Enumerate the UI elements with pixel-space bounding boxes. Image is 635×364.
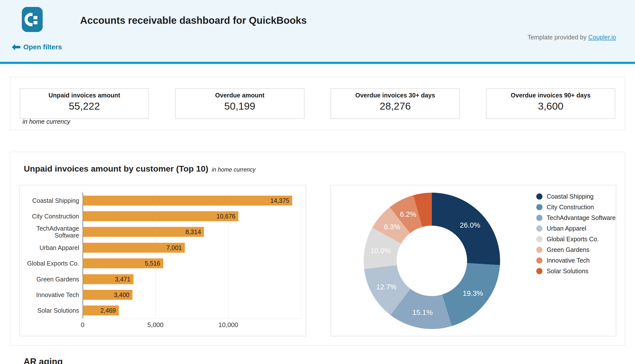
legend-label: City Construction — [547, 204, 594, 211]
kpi-label: Overdue invoices 90+ days — [511, 92, 590, 99]
donut-slice-label: 6.3% — [384, 223, 400, 231]
donut-slice-label: 26.0% — [460, 221, 480, 229]
legend-color-dot — [536, 247, 542, 253]
legend-label: Solar Solutions — [547, 268, 588, 275]
legend-color-dot — [536, 236, 542, 242]
bar-category-label: Green Gardens — [20, 272, 79, 286]
legend-label: Global Exports Co. — [547, 236, 599, 243]
kpi-card-overdue-amount: Overdue amount 50,199 — [175, 88, 304, 119]
bar-value-label: 7,001 — [83, 244, 182, 252]
coupler-logo-icon — [22, 7, 43, 32]
x-tick-label: 10,000 — [219, 321, 238, 329]
donut-legend: Coastal ShippingCity ConstructionTechAdv… — [536, 191, 616, 276]
x-tick-label: 5,000 — [147, 321, 164, 329]
bar-value-label: 8,314 — [83, 228, 201, 236]
donut-chart-panel: 26.0%19.3%15.1%12.7%10.0%6.3%6.2% Coasta… — [331, 185, 616, 336]
kpi-row: Unpaid invoices amount 55,222 Overdue am… — [10, 88, 625, 119]
kpi-section: Unpaid invoices amount 55,222 Overdue am… — [10, 77, 625, 130]
section-title-row: Unpaid invoices amount by customer (Top … — [24, 164, 256, 174]
bar-chart-panel: 05,00010,000Coastal Shipping14,375City C… — [20, 185, 306, 336]
legend-color-dot — [536, 226, 542, 232]
legend-item-global-exports-co-[interactable]: Global Exports Co. — [536, 234, 616, 244]
bar-value-label: 10,676 — [83, 213, 235, 220]
bar-category-label: Urban Apparel — [20, 241, 79, 255]
section-subtitle: in home currency — [212, 166, 256, 173]
coupler-link[interactable]: Coupler.io — [588, 34, 616, 41]
donut-chart: 26.0%19.3%15.1%12.7%10.0%6.3%6.2% — [331, 185, 534, 336]
bar-value-label: 5,516 — [83, 260, 160, 267]
kpi-card-overdue-30-days: Overdue invoices 30+ days 28,276 — [331, 88, 460, 119]
x-gridline — [301, 193, 301, 318]
bar-category-label: Global Exports Co. — [20, 256, 79, 270]
kpi-value: 28,276 — [380, 100, 411, 112]
open-filters-button[interactable]: Open filters — [12, 43, 62, 51]
bar-category-label: TechAdvantage Software — [20, 225, 79, 239]
bar-value-label: 14,375 — [83, 197, 289, 204]
kpi-value: 50,199 — [224, 100, 255, 112]
kpi-label: Overdue amount — [215, 92, 264, 99]
kpi-label: Overdue invoices 30+ days — [355, 92, 435, 99]
donut-slice-label: 10.0% — [370, 247, 391, 255]
kpi-label: Unpaid invoices amount — [49, 92, 120, 99]
donut-slice-label: 15.1% — [412, 308, 433, 316]
legend-item-techadvantage-software[interactable]: TechAdvantage Software — [536, 212, 616, 223]
bar-category-label: Coastal Shipping — [20, 194, 79, 208]
bar-value-label: 3,400 — [83, 291, 130, 298]
open-filters-label: Open filters — [23, 43, 62, 51]
donut-slice-label: 6.2% — [400, 210, 416, 218]
legend-label: TechAdvantage Software — [547, 214, 616, 222]
kpi-value: 3,600 — [538, 100, 563, 112]
bar-category-label: Solar Solutions — [20, 304, 79, 318]
kpi-value: 55,222 — [69, 100, 100, 112]
left-arrow-icon — [12, 44, 20, 50]
kpi-footnote: in home currency — [23, 118, 70, 125]
legend-item-green-gardens[interactable]: Green Gardens — [536, 244, 616, 255]
template-credit-text: Template provided by — [528, 34, 587, 41]
bar-value-label: 3,471 — [83, 276, 131, 283]
charts-section: Unpaid invoices amount by customer (Top … — [10, 152, 625, 346]
legend-color-dot — [536, 215, 542, 221]
ar-aging-section-title: AR aging — [24, 356, 63, 364]
legend-item-innovative-tech[interactable]: Innovative Tech — [536, 255, 616, 266]
legend-item-coastal-shipping[interactable]: Coastal Shipping — [536, 191, 616, 202]
header-divider — [0, 62, 635, 64]
kpi-card-unpaid-invoices: Unpaid invoices amount 55,222 — [20, 88, 149, 119]
kpi-card-overdue-90-days: Overdue invoices 90+ days 3,600 — [486, 88, 615, 119]
legend-item-city-construction[interactable]: City Construction — [536, 202, 616, 212]
legend-label: Urban Apparel — [547, 225, 586, 232]
x-tick-label: 0 — [81, 321, 84, 329]
header: Accounts receivable dashboard for QuickB… — [0, 0, 635, 62]
bar-value-label: 2,469 — [83, 307, 116, 314]
legend-color-dot — [536, 258, 542, 264]
page-title: Accounts receivable dashboard for QuickB… — [80, 15, 307, 26]
legend-label: Innovative Tech — [547, 257, 590, 264]
bar-category-label: City Construction — [20, 209, 79, 223]
legend-color-dot — [536, 268, 542, 274]
section-title: Unpaid invoices amount by customer (Top … — [24, 164, 208, 174]
legend-label: Coastal Shipping — [547, 193, 593, 200]
donut-slice-label: 12.7% — [376, 283, 397, 291]
legend-color-dot — [536, 204, 542, 210]
template-credit: Template provided by Coupler.io — [528, 34, 616, 41]
legend-color-dot — [536, 194, 542, 200]
donut-slice-label: 19.3% — [463, 289, 483, 297]
bar-category-label: Innovative Tech — [20, 288, 79, 302]
legend-label: Green Gardens — [547, 246, 589, 254]
legend-item-solar-solutions[interactable]: Solar Solutions — [536, 266, 616, 276]
legend-item-urban-apparel[interactable]: Urban Apparel — [536, 223, 616, 234]
